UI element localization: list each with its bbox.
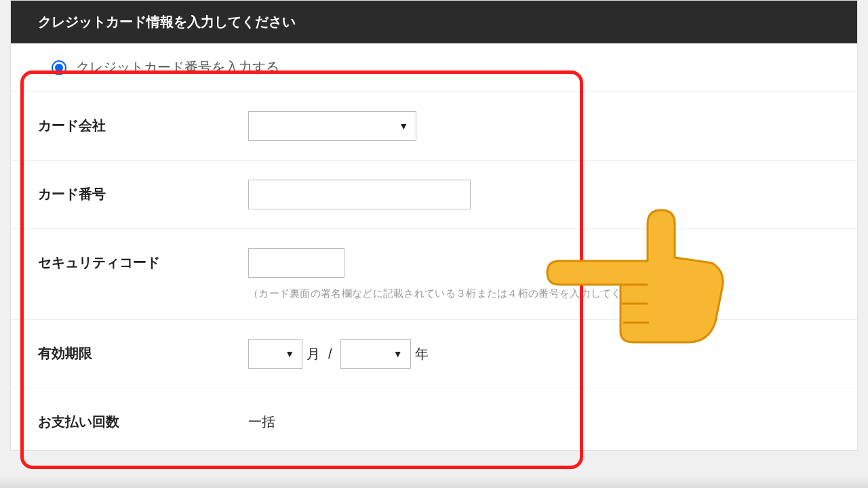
row-payment-count: お支払い回数 一括 [11,388,857,450]
section-header: クレジットカード情報を入力してください [11,1,857,43]
radio-row-enter-card[interactable]: クレジットカード番号を入力する。 [11,43,857,92]
expiry-year-suffix: 年 [415,345,429,363]
expiry-month-suffix: 月 [307,345,320,363]
section-title: クレジットカード情報を入力してください [38,14,296,29]
select-card-company[interactable] [248,111,416,141]
label-security-code: セキュリティコード [38,248,248,272]
label-card-number: カード番号 [38,180,248,203]
expiry-separator: / [328,346,332,362]
value-payment-count: 一括 [248,407,830,431]
input-security-code[interactable] [248,248,344,278]
label-card-company: カード会社 [38,111,248,135]
row-card-company: カード会社 ▼ [11,92,857,161]
select-expiry-month[interactable] [248,339,302,369]
bottom-shadow [0,476,868,488]
pointing-hand-icon [539,197,736,348]
select-expiry-year[interactable] [340,339,411,369]
label-payment-count: お支払い回数 [38,407,248,431]
radio-label: クレジットカード番号を入力する。 [76,58,293,77]
label-expiry: 有効期限 [38,339,248,363]
radio-selected-icon [52,60,66,75]
input-card-number[interactable] [248,180,471,209]
